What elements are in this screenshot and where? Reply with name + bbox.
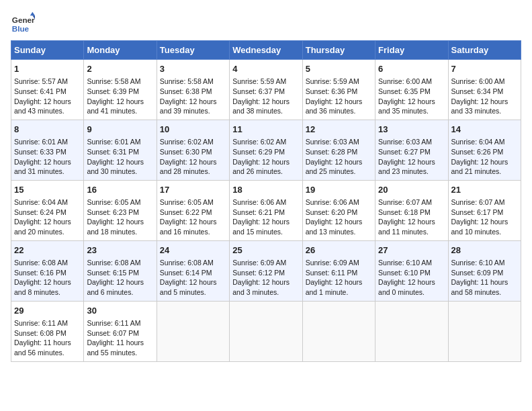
sunset-label: Sunset: 6:31 PM <box>87 148 139 156</box>
calendar-cell: 30Sunrise: 6:11 AMSunset: 6:07 PMDayligh… <box>84 301 157 361</box>
daylight-label: Daylight: 12 hours and 28 minutes. <box>160 158 217 176</box>
sunset-label: Sunset: 6:23 PM <box>87 208 139 216</box>
col-monday: Monday <box>84 41 157 60</box>
calendar-cell <box>375 301 448 361</box>
day-number: 7 <box>451 63 518 75</box>
calendar-cell: 21Sunrise: 6:07 AMSunset: 6:17 PMDayligh… <box>448 180 521 240</box>
col-saturday: Saturday <box>448 41 521 60</box>
daylight-label: Daylight: 11 hours and 55 minutes. <box>87 338 144 357</box>
col-friday: Friday <box>375 41 448 60</box>
sunrise-label: Sunrise: 6:09 AM <box>232 259 286 267</box>
calendar-cell: 11Sunrise: 6:02 AMSunset: 6:29 PMDayligh… <box>230 120 302 180</box>
calendar-cell: 6Sunrise: 6:00 AMSunset: 6:35 PMDaylight… <box>375 60 448 120</box>
day-number: 8 <box>14 124 81 136</box>
daylight-label: Daylight: 12 hours and 33 minutes. <box>451 97 508 116</box>
svg-text:General: General <box>12 15 35 24</box>
sunrise-label: Sunrise: 6:02 AM <box>232 138 286 146</box>
calendar-cell: 12Sunrise: 6:03 AMSunset: 6:28 PMDayligh… <box>302 120 375 180</box>
day-number: 19 <box>306 184 372 196</box>
calendar-cell: 9Sunrise: 6:01 AMSunset: 6:31 PMDaylight… <box>84 120 157 180</box>
sunrise-label: Sunrise: 5:57 AM <box>14 77 68 85</box>
daylight-label: Daylight: 12 hours and 43 minutes. <box>14 97 71 116</box>
sunset-label: Sunset: 6:26 PM <box>451 148 504 156</box>
sunset-label: Sunset: 6:28 PM <box>306 148 358 156</box>
day-number: 13 <box>378 124 445 136</box>
sunrise-label: Sunrise: 6:03 AM <box>378 138 432 146</box>
sunset-label: Sunset: 6:41 PM <box>14 87 66 95</box>
daylight-label: Daylight: 12 hours and 36 minutes. <box>306 97 363 116</box>
day-number: 25 <box>232 244 299 257</box>
daylight-label: Daylight: 11 hours and 58 minutes. <box>451 278 508 296</box>
calendar-cell: 18Sunrise: 6:06 AMSunset: 6:21 PMDayligh… <box>230 180 302 240</box>
day-number: 30 <box>87 305 153 317</box>
sunset-label: Sunset: 6:21 PM <box>232 208 285 216</box>
sunrise-label: Sunrise: 6:09 AM <box>306 259 359 267</box>
sunset-label: Sunset: 6:18 PM <box>378 208 431 216</box>
sunrise-label: Sunrise: 5:58 AM <box>87 77 140 85</box>
svg-text:Blue: Blue <box>12 24 30 33</box>
sunrise-label: Sunrise: 6:08 AM <box>160 259 214 267</box>
day-number: 6 <box>378 63 445 75</box>
day-number: 12 <box>306 124 372 136</box>
day-number: 22 <box>14 244 81 257</box>
daylight-label: Daylight: 12 hours and 25 minutes. <box>306 158 363 176</box>
sunset-label: Sunset: 6:33 PM <box>14 148 66 156</box>
daylight-label: Daylight: 12 hours and 18 minutes. <box>87 218 144 236</box>
calendar-cell: 8Sunrise: 6:01 AMSunset: 6:33 PMDaylight… <box>11 120 84 180</box>
daylight-label: Daylight: 12 hours and 30 minutes. <box>87 158 144 176</box>
sunrise-label: Sunrise: 6:01 AM <box>87 138 140 146</box>
svg-marker-2 <box>30 12 35 15</box>
col-thursday: Thursday <box>302 41 375 60</box>
calendar-cell: 13Sunrise: 6:03 AMSunset: 6:27 PMDayligh… <box>375 120 448 180</box>
sunset-label: Sunset: 6:17 PM <box>451 208 504 216</box>
day-number: 20 <box>378 184 445 196</box>
daylight-label: Daylight: 12 hours and 15 minutes. <box>232 218 290 236</box>
sunrise-label: Sunrise: 6:11 AM <box>14 319 68 327</box>
sunset-label: Sunset: 6:11 PM <box>306 269 358 277</box>
calendar-cell: 16Sunrise: 6:05 AMSunset: 6:23 PMDayligh… <box>84 180 157 240</box>
sunrise-label: Sunrise: 6:03 AM <box>306 138 359 146</box>
sunrise-label: Sunrise: 5:59 AM <box>232 77 286 85</box>
sunset-label: Sunset: 6:15 PM <box>87 269 139 277</box>
daylight-label: Daylight: 12 hours and 21 minutes. <box>451 158 508 176</box>
sunrise-label: Sunrise: 5:59 AM <box>306 77 359 85</box>
sunrise-label: Sunrise: 6:00 AM <box>451 77 505 85</box>
calendar-cell: 10Sunrise: 6:02 AMSunset: 6:30 PMDayligh… <box>157 120 229 180</box>
sunrise-label: Sunrise: 6:00 AM <box>378 77 432 85</box>
calendar-cell <box>157 301 229 361</box>
day-number: 29 <box>14 305 81 317</box>
calendar-cell: 7Sunrise: 6:00 AMSunset: 6:34 PMDaylight… <box>448 60 521 120</box>
sunset-label: Sunset: 6:07 PM <box>87 329 139 337</box>
daylight-label: Daylight: 12 hours and 26 minutes. <box>232 158 290 176</box>
sunrise-label: Sunrise: 6:04 AM <box>14 198 68 206</box>
calendar-cell: 24Sunrise: 6:08 AMSunset: 6:14 PMDayligh… <box>157 240 229 301</box>
daylight-label: Daylight: 12 hours and 20 minutes. <box>14 218 71 236</box>
day-number: 28 <box>451 244 518 257</box>
sunrise-label: Sunrise: 6:08 AM <box>87 259 140 267</box>
sunrise-label: Sunrise: 6:06 AM <box>306 198 359 206</box>
daylight-label: Daylight: 12 hours and 5 minutes. <box>160 278 217 296</box>
sunrise-label: Sunrise: 6:07 AM <box>451 198 505 206</box>
calendar-cell: 17Sunrise: 6:05 AMSunset: 6:22 PMDayligh… <box>157 180 229 240</box>
day-number: 14 <box>451 124 518 136</box>
calendar-week-row: 15Sunrise: 6:04 AMSunset: 6:24 PMDayligh… <box>11 180 521 240</box>
day-number: 16 <box>87 184 153 196</box>
day-number: 4 <box>232 63 299 75</box>
day-number: 21 <box>451 184 518 196</box>
day-number: 11 <box>232 124 299 136</box>
sunset-label: Sunset: 6:20 PM <box>306 208 358 216</box>
calendar-cell <box>448 301 521 361</box>
calendar-cell: 2Sunrise: 5:58 AMSunset: 6:39 PMDaylight… <box>84 60 157 120</box>
sunset-label: Sunset: 6:22 PM <box>160 208 212 216</box>
sunset-label: Sunset: 6:29 PM <box>232 148 285 156</box>
daylight-label: Daylight: 12 hours and 39 minutes. <box>160 97 217 116</box>
day-number: 10 <box>160 124 226 136</box>
day-number: 5 <box>306 63 372 75</box>
calendar-cell: 23Sunrise: 6:08 AMSunset: 6:15 PMDayligh… <box>84 240 157 301</box>
daylight-label: Daylight: 12 hours and 41 minutes. <box>87 97 144 116</box>
logo-icon: General Blue <box>11 11 35 35</box>
sunset-label: Sunset: 6:24 PM <box>14 208 66 216</box>
sunrise-label: Sunrise: 6:02 AM <box>160 138 214 146</box>
sunrise-label: Sunrise: 6:08 AM <box>14 259 68 267</box>
calendar-cell <box>230 301 302 361</box>
